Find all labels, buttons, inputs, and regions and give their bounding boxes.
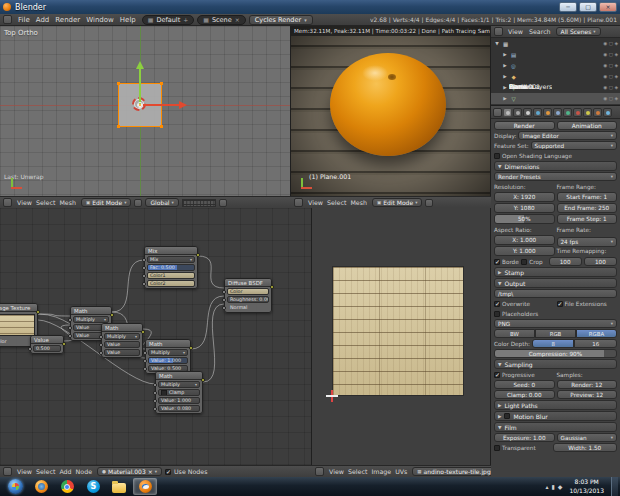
output-path-field[interactable]: /tmp\	[494, 289, 617, 298]
viewport-3d[interactable]: Top Ortho Last: Unwrap ViewSelectMesh ▣E…	[0, 26, 291, 208]
node-field-select[interactable]: Multiply	[73, 316, 109, 323]
panel-stamp[interactable]: ▶Stamp	[494, 267, 617, 277]
node-math[interactable]: MathMultiplyClampValue: 1.000Value: 0.08…	[155, 371, 203, 414]
input-socket[interactable]	[153, 399, 157, 403]
expand-icon[interactable]: ▶	[502, 52, 508, 57]
input-socket[interactable]	[153, 391, 157, 395]
input-socket[interactable]	[142, 274, 146, 278]
outliner-item-plane.001[interactable]: ▶▽Plane.001◉ ▢ ◈	[491, 93, 620, 104]
scene-close-icon[interactable]: ×	[235, 16, 240, 23]
node-math[interactable]: MathMultiplyValue: 1.000Value: 0.500	[145, 339, 191, 374]
node-editor[interactable]: Image TextureColorValue0.500MathMultiply…	[0, 208, 312, 477]
menu-add[interactable]: Add	[57, 468, 73, 475]
tab-material-icon[interactable]	[583, 108, 592, 117]
feature-set-dropdown[interactable]: Supported	[531, 141, 617, 150]
visibility-toggles[interactable]: ◉ ▢ ◈	[603, 96, 618, 101]
texture-image[interactable]	[332, 266, 464, 396]
properties-editor-icon[interactable]	[493, 108, 502, 117]
resolution-y-field[interactable]: Y: 1080	[494, 203, 555, 213]
rgba-button[interactable]: RGBA	[576, 329, 617, 338]
manipulator-y-arrow-icon[interactable]	[136, 61, 144, 69]
minimize-button[interactable]: ─	[559, 2, 577, 12]
taskbar-firefox-button[interactable]	[29, 478, 53, 495]
menu-select[interactable]: Select	[325, 199, 348, 206]
expand-icon[interactable]: ▼	[498, 362, 501, 367]
node-editor-icon[interactable]	[3, 467, 12, 476]
node-field-color[interactable]: Color1	[147, 272, 195, 279]
file-format-dropdown[interactable]: PNG	[494, 319, 617, 328]
manipulator-center[interactable]	[137, 102, 143, 108]
menu-view[interactable]: View	[15, 468, 34, 475]
panel-film[interactable]: ▼Film	[494, 422, 617, 432]
input-socket[interactable]	[68, 334, 72, 338]
taskbar-folder-button[interactable]	[107, 478, 131, 495]
layout-add-icon[interactable]: +	[183, 16, 188, 23]
menu-select[interactable]: Select	[34, 199, 57, 206]
vertex-dots[interactable]	[117, 82, 120, 85]
info-editor-icon[interactable]	[3, 15, 12, 24]
menu-file[interactable]: File	[15, 16, 33, 24]
expand-icon[interactable]: ▶	[502, 96, 508, 101]
compression-slider[interactable]: Compression: 90%	[494, 349, 617, 358]
border-checkbox[interactable]	[494, 259, 500, 265]
tab-texture-icon[interactable]	[593, 108, 602, 117]
manipulator-y[interactable]	[139, 68, 141, 104]
outliner-filter-dropdown[interactable]: All Scenes	[556, 27, 601, 36]
expand-icon[interactable]: ▶	[502, 85, 508, 90]
menu-window[interactable]: Window	[83, 16, 117, 24]
viewport-rendered[interactable]: Mem:32.11M, Peak:32.11M | Time:00:03:22 …	[291, 26, 491, 208]
visibility-toggles[interactable]: ◉ ▢ ◈	[603, 63, 618, 68]
material-unlink-icon[interactable]: ×	[148, 468, 153, 475]
file-extensions-checkbox[interactable]	[557, 301, 563, 307]
menu-view[interactable]: View	[327, 468, 346, 475]
display-dropdown[interactable]: Image Editor	[518, 131, 617, 140]
node-field-num[interactable]: Roughness: 0.000	[227, 296, 269, 303]
manipulator-x-arrow-icon[interactable]	[179, 101, 187, 109]
material-datablock[interactable]: ●Material.003×	[97, 467, 162, 476]
expand-icon[interactable]: ▼	[494, 41, 500, 46]
expand-icon[interactable]: ▶	[498, 403, 501, 408]
output-socket[interactable]	[201, 378, 205, 382]
menu-mesh[interactable]: Mesh	[57, 199, 78, 206]
expand-icon[interactable]: ▼	[498, 425, 501, 430]
aspect-y-field[interactable]: Y: 1.000	[494, 246, 555, 256]
menu-view[interactable]: View	[15, 199, 34, 206]
input-socket[interactable]	[68, 318, 72, 322]
node-field-select[interactable]: Mix	[147, 256, 195, 263]
input-socket[interactable]	[142, 258, 146, 262]
visibility-toggles[interactable]: ◉ ▢ ◈	[603, 52, 618, 57]
screen-layout-field[interactable]: ▦Default+	[142, 15, 194, 25]
layout-browse-icon[interactable]: ▦	[148, 16, 154, 23]
node-math[interactable]: MathMultiplyValueValue	[101, 323, 143, 358]
input-socket[interactable]	[153, 383, 157, 387]
menu-node[interactable]: Node	[74, 468, 94, 475]
render-button[interactable]: Render	[494, 121, 555, 130]
node-field-color[interactable]: Color	[227, 288, 269, 295]
panel-sampling[interactable]: ▼Sampling	[494, 359, 617, 369]
snap-magnet-icon[interactable]	[219, 199, 227, 207]
panel-light-paths[interactable]: ▶Light Paths	[494, 400, 617, 410]
motion-blur-checkbox[interactable]	[504, 413, 510, 419]
input-socket[interactable]	[222, 306, 226, 310]
output-socket[interactable]	[62, 342, 66, 346]
frame-rate-dropdown[interactable]: 24 fps	[557, 237, 618, 247]
scene-field[interactable]: ▦Scene×	[197, 15, 246, 25]
shading-mode-icon[interactable]	[134, 199, 142, 207]
outliner-item-scene[interactable]: ▼▦Scene◉ ▢ ◈	[491, 38, 620, 49]
maximize-button[interactable]: ▢	[579, 2, 597, 12]
panel-output[interactable]: ▼Output	[494, 278, 617, 288]
node-value[interactable]: Value0.500	[30, 335, 64, 354]
tab-world-icon[interactable]	[533, 108, 542, 117]
node-field-color[interactable]: Color2	[147, 280, 195, 287]
start-frame-field[interactable]: Start Frame: 1	[557, 192, 618, 202]
depth-8-button[interactable]: 8	[532, 339, 575, 348]
outliner-item-camera[interactable]: ▶◆Camera◉ ▢ ◈	[491, 71, 620, 82]
input-socket[interactable]	[68, 326, 72, 330]
input-socket[interactable]	[222, 298, 226, 302]
osl-checkbox[interactable]	[494, 153, 500, 159]
properties-editor[interactable]: Render Animation Display:Image Editor Fe…	[491, 106, 620, 477]
remap-new-field[interactable]: 100	[584, 257, 617, 266]
expand-icon[interactable]: ▼	[498, 164, 501, 169]
end-frame-field[interactable]: End Frame: 250	[557, 203, 618, 213]
resolution-percentage-slider[interactable]: 50%	[494, 214, 555, 224]
